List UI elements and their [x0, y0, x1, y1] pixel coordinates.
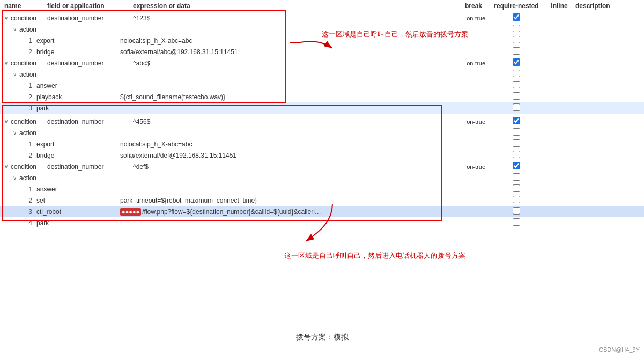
break-label-2: on-true — [457, 60, 490, 66]
checkbox-4-1[interactable] — [513, 184, 520, 192]
chevron-icon-2: ∨ — [4, 60, 11, 66]
condition-row-4: ∨ condition destination_number ^def$ on-… — [0, 161, 644, 172]
table-header: name field or application expression or … — [0, 0, 644, 12]
checkbox-1[interactable] — [513, 13, 520, 21]
row-num-1-2: 2 — [21, 48, 34, 56]
checkbox-4-3[interactable] — [513, 207, 520, 215]
condition-expr-4: ^def$ — [133, 163, 347, 171]
checkbox-3[interactable] — [513, 117, 520, 124]
header-require: require-nested — [490, 2, 543, 10]
page-container: name field or application expression or … — [0, 0, 644, 355]
checkbox-3-1[interactable] — [513, 139, 520, 147]
condition-label-2: condition — [11, 60, 47, 67]
condition-expr-3: ^456$ — [133, 118, 347, 125]
header-expr: expression or data — [133, 2, 347, 10]
checkbox-2-3[interactable] — [513, 103, 520, 111]
action-row-2-2: 2 playback ${cti_sound_filename(testecho… — [0, 91, 644, 102]
action-row-2-3: 3 park — [0, 102, 644, 114]
checkbox-1-2[interactable] — [513, 47, 520, 55]
chevron-icon-a4: ∨ — [13, 175, 19, 181]
action-row-3-1: 1 export nolocal:sip_h_X-abc=abc — [0, 138, 644, 150]
checkbox-4-4[interactable] — [513, 218, 520, 226]
checkbox-a3[interactable] — [513, 128, 520, 136]
chevron-icon-3: ∨ — [4, 119, 11, 124]
redacted-url: ●●●●● — [120, 208, 141, 216]
checkbox-3-2[interactable] — [513, 151, 520, 158]
action-header-4: ∨ action — [0, 172, 644, 183]
checkbox-cell-3[interactable] — [490, 117, 543, 126]
header-break: break — [457, 2, 490, 10]
watermark: CSDN@H4_9Y — [599, 346, 640, 353]
chevron-icon-1: ∨ — [4, 15, 11, 21]
condition-label-4: condition — [11, 163, 47, 171]
action-row-3-2: 2 bridge sofia/external/def@192.168.31.1… — [0, 150, 644, 161]
break-label-4: on-true — [457, 164, 490, 170]
row-num-1-1: 1 — [21, 37, 34, 45]
header-field: field or application — [47, 2, 133, 10]
checkbox-a2[interactable] — [513, 70, 520, 77]
chevron-icon-a1: ∨ — [13, 26, 19, 32]
checkbox-2-2[interactable] — [513, 92, 520, 100]
action-header-2: ∨ action — [0, 69, 644, 80]
checkbox-a4[interactable] — [513, 173, 520, 181]
condition-field-2: destination_number — [47, 60, 133, 67]
header-inline: inline — [543, 2, 575, 10]
checkbox-4-2[interactable] — [513, 196, 520, 203]
action-label-2: action — [19, 71, 56, 78]
field-1-1: export — [34, 37, 120, 45]
checkbox-2[interactable] — [513, 58, 520, 66]
chevron-icon-4: ∨ — [4, 164, 11, 169]
action-label-4: action — [19, 174, 56, 182]
checkbox-2-1[interactable] — [513, 81, 520, 88]
checkbox-a1[interactable] — [513, 25, 520, 32]
field-1-2: bridge — [34, 48, 120, 56]
chevron-icon-a2: ∨ — [13, 71, 19, 77]
action-label-3: action — [19, 129, 56, 137]
condition-label-3: condition — [11, 118, 47, 125]
checkbox-4[interactable] — [513, 162, 520, 169]
checkbox-cell-2[interactable] — [490, 58, 543, 68]
break-label-1: on-true — [457, 15, 490, 21]
annotation-text-2: 这一区域是自己呼叫自己，然后进入电话机器人的拨号方案 — [284, 251, 465, 261]
condition-field-3: destination_number — [47, 118, 133, 125]
arrow-svg-2 — [290, 204, 386, 252]
action-row-4-1: 1 answer — [0, 183, 644, 195]
action-header-3: ∨ action — [0, 127, 644, 138]
action-label-1: action — [19, 26, 56, 33]
checkbox-cell-1[interactable] — [490, 13, 543, 23]
checkbox-cell-4[interactable] — [490, 162, 543, 171]
condition-row-1: ∨ condition destination_number ^123$ on-… — [0, 12, 644, 24]
break-label-3: on-true — [457, 119, 490, 125]
annotation-text-1: 这一区域是自己呼叫自己，然后放音的拨号方案 — [322, 29, 468, 39]
checkbox-1-1[interactable] — [513, 36, 520, 43]
chevron-icon-a3: ∨ — [13, 130, 19, 136]
condition-field-1: destination_number — [47, 14, 133, 22]
condition-label-1: condition — [11, 14, 47, 22]
header-desc: description — [575, 2, 640, 10]
header-name: name — [4, 2, 47, 10]
condition-expr-1: ^123$ — [133, 14, 347, 22]
condition-row-3: ∨ condition destination_number ^456$ on-… — [0, 116, 644, 127]
condition-field-4: destination_number — [47, 163, 133, 171]
action-row-2-1: 1 answer — [0, 80, 644, 91]
bottom-text: 拨号方案：模拟 — [296, 332, 349, 342]
